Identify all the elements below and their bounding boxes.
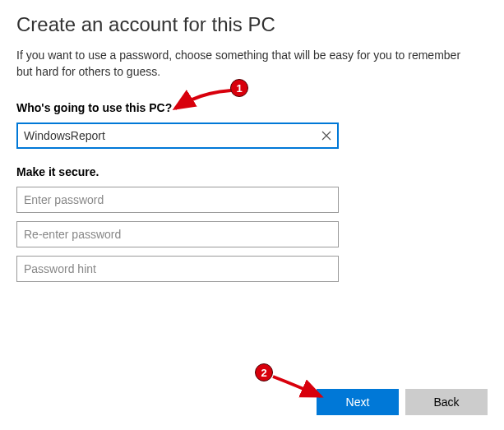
page-description: If you want to use a password, choose so… [16, 48, 477, 80]
next-button[interactable]: Next [317, 389, 399, 415]
annotation-arrow-1 [169, 87, 236, 115]
username-label: Who's going to use this PC? [16, 101, 488, 114]
secure-label: Make it secure. [16, 165, 488, 178]
password-input[interactable] [16, 187, 339, 213]
annotation-arrow-2 [270, 372, 327, 401]
annotation-marker-2: 2 [255, 363, 273, 381]
back-button[interactable]: Back [405, 389, 488, 415]
clear-icon[interactable] [319, 128, 334, 143]
annotation-marker-1: 1 [230, 79, 248, 97]
password-hint-input[interactable] [16, 256, 339, 282]
page-title: Create an account for this PC [16, 13, 488, 36]
reenter-password-input[interactable] [16, 221, 339, 247]
username-input[interactable] [16, 123, 339, 149]
